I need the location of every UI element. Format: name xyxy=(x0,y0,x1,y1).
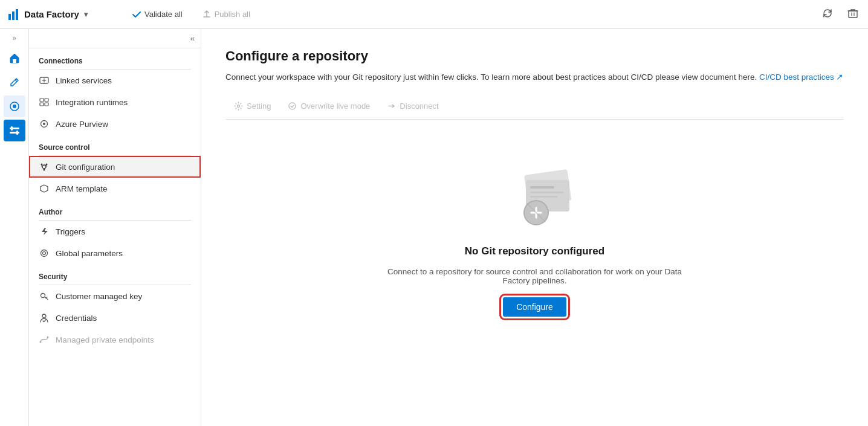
arm-template-label: ARM template xyxy=(56,184,191,193)
svg-point-25 xyxy=(42,314,46,318)
svg-rect-9 xyxy=(11,126,13,131)
delete-button[interactable] xyxy=(845,5,861,24)
svg-rect-0 xyxy=(8,14,11,20)
svg-point-6 xyxy=(13,105,16,108)
setting-label: Setting xyxy=(247,102,271,111)
azure-purview-icon xyxy=(39,118,50,129)
collapse-button[interactable]: « xyxy=(190,34,195,43)
brand-area: Data Factory ▾ xyxy=(7,8,128,21)
global-parameters-nav[interactable]: Global parameters xyxy=(29,242,201,264)
disconnect-button[interactable]: Disconnect xyxy=(378,98,447,114)
svg-rect-32 xyxy=(530,192,563,193)
no-git-subtitle: Connect to a repository for source contr… xyxy=(384,267,686,285)
pencil-icon xyxy=(8,76,21,88)
left-nav-header: « xyxy=(29,29,201,48)
arm-template-icon xyxy=(39,183,50,194)
refresh-button[interactable] xyxy=(820,5,835,24)
managed-private-endpoints-nav[interactable]: Managed private endpoints xyxy=(29,329,201,350)
publish-all-button[interactable]: Publish all xyxy=(198,7,254,22)
svg-rect-15 xyxy=(45,103,48,106)
home-icon xyxy=(8,52,21,64)
data-factory-icon xyxy=(7,8,21,21)
page-title: Configure a repository xyxy=(225,48,844,64)
triggers-nav[interactable]: Triggers xyxy=(29,221,201,242)
svg-rect-33 xyxy=(530,196,557,198)
validate-all-button[interactable]: Validate all xyxy=(128,7,186,22)
manage-nav-button[interactable] xyxy=(4,120,25,141)
azure-purview-nav[interactable]: Azure Purview xyxy=(29,113,201,135)
global-parameters-icon xyxy=(39,248,50,259)
svg-point-28 xyxy=(238,105,240,108)
connections-section-label: Connections xyxy=(29,48,201,69)
toolbar-row: Setting Overwrite live mode Disconnect xyxy=(225,98,844,120)
customer-managed-key-nav[interactable]: Customer managed key xyxy=(29,285,201,307)
customer-managed-key-label: Customer managed key xyxy=(56,292,191,301)
monitor-nav-button[interactable] xyxy=(4,95,25,117)
disconnect-icon xyxy=(387,102,396,111)
brand-label: Data Factory xyxy=(24,9,79,19)
publish-label: Publish all xyxy=(215,10,250,19)
overwrite-live-mode-button[interactable]: Overwrite live mode xyxy=(279,98,378,114)
svg-point-22 xyxy=(41,250,48,257)
page-description: Connect your workspace with your Git rep… xyxy=(225,71,844,83)
svg-point-27 xyxy=(47,337,49,338)
svg-point-19 xyxy=(41,164,43,166)
main-layout: » xyxy=(0,29,868,426)
integration-runtimes-nav[interactable]: Integration runtimes xyxy=(29,91,201,113)
content-area: Configure a repository Connect your work… xyxy=(201,29,868,426)
git-config-icon xyxy=(39,161,50,172)
git-configuration-label: Git configuration xyxy=(56,163,191,172)
svg-rect-10 xyxy=(16,131,18,135)
global-parameters-label: Global parameters xyxy=(56,249,191,258)
validate-label: Validate all xyxy=(144,10,183,19)
topbar: Data Factory ▾ Validate all Publish all xyxy=(0,0,868,29)
svg-rect-13 xyxy=(45,98,48,102)
svg-rect-14 xyxy=(40,103,44,106)
left-nav: « Connections Linked services xyxy=(29,29,201,426)
topbar-actions: Validate all Publish all xyxy=(128,7,254,22)
linked-services-icon xyxy=(39,75,50,86)
customer-managed-key-icon xyxy=(39,291,50,302)
triggers-label: Triggers xyxy=(56,227,191,236)
svg-point-20 xyxy=(46,164,48,166)
home-nav-button[interactable] xyxy=(4,47,25,69)
svg-rect-31 xyxy=(530,186,554,189)
no-git-title: No Git repository configured xyxy=(465,245,604,257)
git-configuration-nav[interactable]: Git configuration xyxy=(29,156,201,178)
credentials-icon xyxy=(39,312,50,323)
disconnect-label: Disconnect xyxy=(400,102,438,111)
svg-point-26 xyxy=(40,341,42,343)
svg-rect-1 xyxy=(12,11,15,20)
linked-services-label: Linked services xyxy=(56,76,191,85)
expand-button[interactable]: » xyxy=(12,34,16,42)
publish-icon xyxy=(202,10,212,19)
svg-rect-2 xyxy=(16,9,18,20)
validate-icon xyxy=(132,10,141,19)
configure-button[interactable]: Configure xyxy=(503,297,566,317)
brand-chevron[interactable]: ▾ xyxy=(84,10,88,19)
integration-runtimes-icon xyxy=(39,97,50,108)
svg-rect-12 xyxy=(40,98,44,102)
manage-icon xyxy=(8,124,21,137)
svg-point-21 xyxy=(44,169,45,171)
setting-button[interactable]: Setting xyxy=(225,98,279,114)
svg-rect-4 xyxy=(13,59,16,63)
arm-template-nav[interactable]: ARM template xyxy=(29,178,201,199)
azure-purview-label: Azure Purview xyxy=(56,120,191,129)
svg-rect-3 xyxy=(849,11,857,18)
credentials-nav[interactable]: Credentials xyxy=(29,307,201,329)
setting-icon xyxy=(234,102,243,111)
cicd-best-practices-link[interactable]: CI/CD best practices ↗ xyxy=(759,73,844,82)
managed-private-endpoints-icon xyxy=(39,334,50,345)
security-section-label: Security xyxy=(29,264,201,285)
author-nav-button[interactable] xyxy=(4,71,25,93)
author-section-label: Author xyxy=(29,199,201,220)
svg-point-17 xyxy=(43,123,45,125)
topbar-right xyxy=(820,5,861,24)
empty-state: No Git repository configured Connect to … xyxy=(225,139,844,341)
no-git-illustration xyxy=(493,163,577,236)
icon-sidebar: » xyxy=(0,29,29,426)
overwrite-live-mode-label: Overwrite live mode xyxy=(300,102,370,111)
linked-services-nav[interactable]: Linked services xyxy=(29,69,201,91)
triggers-icon xyxy=(39,226,50,237)
